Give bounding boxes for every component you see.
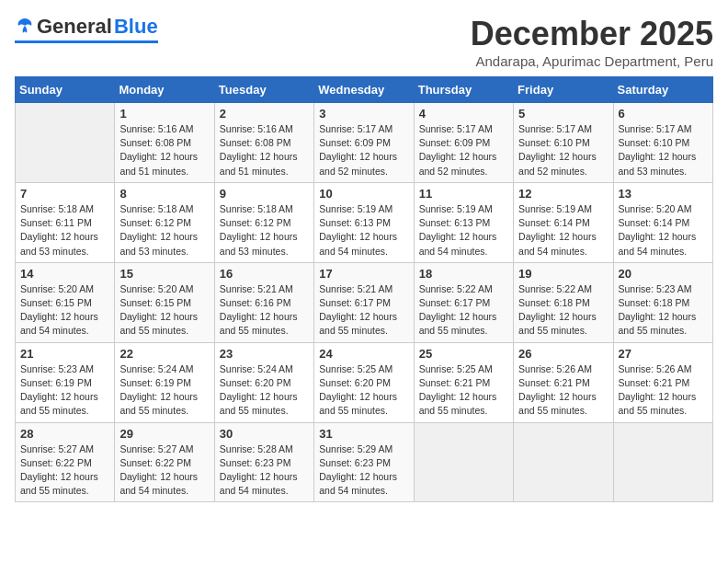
day-number: 16: [220, 267, 309, 281]
calendar-cell: 7Sunrise: 5:18 AMSunset: 6:11 PMDaylight…: [16, 182, 115, 262]
weekday-header-cell: Monday: [115, 77, 214, 103]
calendar-cell: 24Sunrise: 5:25 AMSunset: 6:20 PMDayligh…: [314, 342, 414, 422]
calendar-cell: 23Sunrise: 5:24 AMSunset: 6:20 PMDayligh…: [214, 342, 313, 422]
title-block: December 2025 Andarapa, Apurimac Departm…: [471, 15, 713, 69]
calendar-cell: 11Sunrise: 5:19 AMSunset: 6:13 PMDayligh…: [414, 182, 513, 262]
day-info: Sunrise: 5:22 AMSunset: 6:18 PMDaylight:…: [518, 282, 608, 339]
calendar-cell: 22Sunrise: 5:24 AMSunset: 6:19 PMDayligh…: [115, 342, 214, 422]
day-number: 1: [119, 107, 209, 121]
calendar-cell: 9Sunrise: 5:18 AMSunset: 6:12 PMDaylight…: [214, 182, 313, 262]
day-info: Sunrise: 5:16 AMSunset: 6:08 PMDaylight:…: [119, 122, 209, 178]
calendar-cell: 16Sunrise: 5:21 AMSunset: 6:16 PMDayligh…: [214, 262, 313, 342]
calendar-cell: 29Sunrise: 5:27 AMSunset: 6:22 PMDayligh…: [115, 422, 214, 502]
day-info: Sunrise: 5:25 AMSunset: 6:21 PMDaylight:…: [419, 362, 508, 419]
calendar-cell: 19Sunrise: 5:22 AMSunset: 6:18 PMDayligh…: [514, 262, 613, 342]
weekday-header-cell: Saturday: [613, 77, 712, 103]
page-header: GeneralBlue December 2025 Andarapa, Apur…: [15, 15, 713, 69]
day-number: 2: [220, 107, 309, 121]
calendar-cell: 20Sunrise: 5:23 AMSunset: 6:18 PMDayligh…: [613, 262, 712, 342]
calendar-week-row: 21Sunrise: 5:23 AMSunset: 6:19 PMDayligh…: [16, 342, 713, 422]
day-info: Sunrise: 5:24 AMSunset: 6:20 PMDaylight:…: [220, 362, 309, 419]
day-number: 3: [319, 107, 408, 121]
day-info: Sunrise: 5:27 AMSunset: 6:22 PMDaylight:…: [20, 442, 109, 499]
location-subtitle: Andarapa, Apurimac Department, Peru: [471, 53, 713, 69]
weekday-header-cell: Thursday: [414, 77, 513, 103]
day-info: Sunrise: 5:19 AMSunset: 6:14 PMDaylight:…: [518, 202, 608, 259]
calendar-cell: 31Sunrise: 5:29 AMSunset: 6:23 PMDayligh…: [314, 422, 414, 502]
weekday-header-row: SundayMondayTuesdayWednesdayThursdayFrid…: [16, 77, 713, 103]
calendar-cell: 2Sunrise: 5:16 AMSunset: 6:08 PMDaylight…: [214, 103, 313, 183]
logo-bird-icon: [15, 17, 35, 37]
day-number: 5: [518, 107, 608, 121]
day-info: Sunrise: 5:18 AMSunset: 6:12 PMDaylight:…: [220, 202, 309, 259]
day-number: 10: [319, 187, 408, 201]
day-info: Sunrise: 5:28 AMSunset: 6:23 PMDaylight:…: [220, 442, 309, 499]
calendar-cell: 5Sunrise: 5:17 AMSunset: 6:10 PMDaylight…: [514, 103, 613, 183]
day-number: 4: [419, 107, 508, 121]
day-number: 18: [419, 267, 508, 281]
day-number: 19: [518, 267, 608, 281]
day-number: 11: [419, 187, 508, 201]
day-info: Sunrise: 5:18 AMSunset: 6:12 PMDaylight:…: [119, 202, 209, 259]
day-number: 23: [220, 347, 309, 361]
calendar-week-row: 28Sunrise: 5:27 AMSunset: 6:22 PMDayligh…: [16, 422, 713, 502]
month-year-title: December 2025: [471, 15, 713, 53]
day-info: Sunrise: 5:20 AMSunset: 6:15 PMDaylight:…: [119, 282, 209, 339]
weekday-header-cell: Friday: [514, 77, 613, 103]
day-info: Sunrise: 5:18 AMSunset: 6:11 PMDaylight:…: [20, 202, 109, 259]
calendar-cell: 4Sunrise: 5:17 AMSunset: 6:09 PMDaylight…: [414, 103, 513, 183]
day-number: 14: [20, 267, 109, 281]
calendar-cell: 8Sunrise: 5:18 AMSunset: 6:12 PMDaylight…: [115, 182, 214, 262]
calendar-week-row: 14Sunrise: 5:20 AMSunset: 6:15 PMDayligh…: [16, 262, 713, 342]
calendar-cell: 6Sunrise: 5:17 AMSunset: 6:10 PMDaylight…: [613, 103, 712, 183]
day-info: Sunrise: 5:19 AMSunset: 6:13 PMDaylight:…: [319, 202, 408, 259]
weekday-header-cell: Wednesday: [314, 77, 414, 103]
day-info: Sunrise: 5:22 AMSunset: 6:17 PMDaylight:…: [419, 282, 508, 339]
day-number: 15: [119, 267, 209, 281]
day-info: Sunrise: 5:25 AMSunset: 6:20 PMDaylight:…: [319, 362, 408, 419]
day-info: Sunrise: 5:19 AMSunset: 6:13 PMDaylight:…: [419, 202, 508, 259]
calendar-cell: [514, 422, 613, 502]
calendar-cell: 12Sunrise: 5:19 AMSunset: 6:14 PMDayligh…: [514, 182, 613, 262]
day-number: 31: [319, 427, 408, 441]
calendar-cell: 27Sunrise: 5:26 AMSunset: 6:21 PMDayligh…: [613, 342, 712, 422]
calendar-week-row: 7Sunrise: 5:18 AMSunset: 6:11 PMDaylight…: [16, 182, 713, 262]
day-info: Sunrise: 5:17 AMSunset: 6:10 PMDaylight:…: [518, 122, 608, 178]
day-number: 29: [119, 427, 209, 441]
day-info: Sunrise: 5:20 AMSunset: 6:14 PMDaylight:…: [619, 202, 708, 259]
weekday-header-cell: Sunday: [16, 77, 115, 103]
calendar-table: SundayMondayTuesdayWednesdayThursdayFrid…: [15, 76, 713, 502]
day-info: Sunrise: 5:17 AMSunset: 6:09 PMDaylight:…: [319, 122, 408, 178]
calendar-cell: 15Sunrise: 5:20 AMSunset: 6:15 PMDayligh…: [115, 262, 214, 342]
day-number: 27: [619, 347, 708, 361]
day-number: 25: [419, 347, 508, 361]
day-info: Sunrise: 5:27 AMSunset: 6:22 PMDaylight:…: [119, 442, 209, 499]
day-info: Sunrise: 5:24 AMSunset: 6:19 PMDaylight:…: [119, 362, 209, 419]
day-number: 9: [220, 187, 309, 201]
calendar-cell: 21Sunrise: 5:23 AMSunset: 6:19 PMDayligh…: [16, 342, 115, 422]
day-number: 12: [518, 187, 608, 201]
calendar-cell: 14Sunrise: 5:20 AMSunset: 6:15 PMDayligh…: [16, 262, 115, 342]
day-info: Sunrise: 5:23 AMSunset: 6:18 PMDaylight:…: [619, 282, 708, 339]
logo-general: General: [37, 15, 112, 39]
day-info: Sunrise: 5:21 AMSunset: 6:16 PMDaylight:…: [220, 282, 309, 339]
day-number: 13: [619, 187, 708, 201]
calendar-body: 1Sunrise: 5:16 AMSunset: 6:08 PMDaylight…: [16, 103, 713, 502]
day-info: Sunrise: 5:17 AMSunset: 6:09 PMDaylight:…: [419, 122, 508, 178]
day-info: Sunrise: 5:29 AMSunset: 6:23 PMDaylight:…: [319, 442, 408, 499]
calendar-cell: 13Sunrise: 5:20 AMSunset: 6:14 PMDayligh…: [613, 182, 712, 262]
day-info: Sunrise: 5:23 AMSunset: 6:19 PMDaylight:…: [20, 362, 109, 419]
calendar-cell: 25Sunrise: 5:25 AMSunset: 6:21 PMDayligh…: [414, 342, 513, 422]
day-number: 26: [518, 347, 608, 361]
day-number: 8: [119, 187, 209, 201]
weekday-header-cell: Tuesday: [214, 77, 313, 103]
calendar-cell: [414, 422, 513, 502]
logo: GeneralBlue: [15, 15, 158, 43]
day-info: Sunrise: 5:20 AMSunset: 6:15 PMDaylight:…: [20, 282, 109, 339]
calendar-cell: 28Sunrise: 5:27 AMSunset: 6:22 PMDayligh…: [16, 422, 115, 502]
day-info: Sunrise: 5:26 AMSunset: 6:21 PMDaylight:…: [518, 362, 608, 419]
day-number: 17: [319, 267, 408, 281]
day-info: Sunrise: 5:26 AMSunset: 6:21 PMDaylight:…: [619, 362, 708, 419]
calendar-cell: 18Sunrise: 5:22 AMSunset: 6:17 PMDayligh…: [414, 262, 513, 342]
day-info: Sunrise: 5:21 AMSunset: 6:17 PMDaylight:…: [319, 282, 408, 339]
